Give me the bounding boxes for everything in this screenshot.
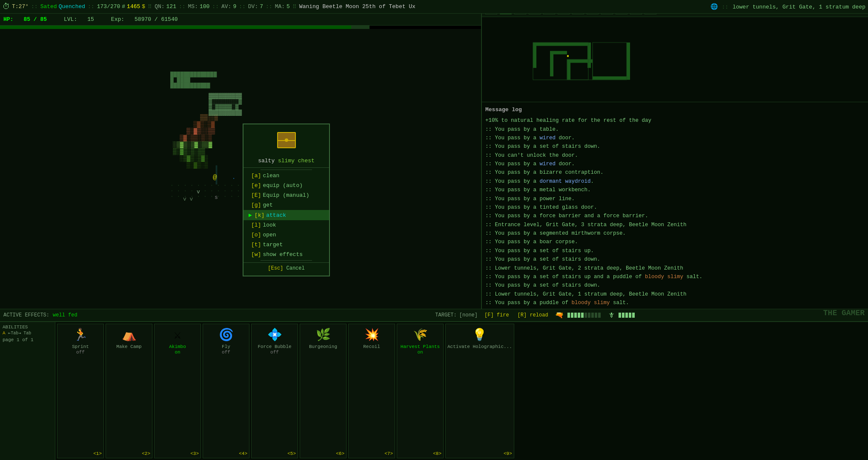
dungeon-wall-3: ████████████ — [170, 83, 210, 89]
hotbar-item-harvest-plants[interactable]: 🌾Harvest Plantson<8> — [397, 324, 444, 458]
hotbar-label: Burgeoning — [309, 344, 337, 350]
abilities-page: page 1 of 1 — [3, 337, 52, 342]
mini-map-canvas — [482, 17, 868, 102]
hotbar-icon: ⛺ — [122, 328, 137, 342]
reload-label: [R] reload — [518, 312, 548, 318]
msg-text: :: You pass by a puddle of — [485, 300, 572, 306]
menu-item-equip-(auto)[interactable]: [e] equip (auto) — [243, 181, 329, 190]
hotbar-label: Akimbo — [169, 344, 186, 350]
menu-item-look[interactable]: [l] look — [243, 220, 329, 230]
hotbar-icon: 💥 — [364, 328, 379, 342]
message-log: Message log +10% to natural healing rate… — [482, 102, 868, 322]
menu-key: [e] — [251, 182, 261, 189]
message-line: :: You pass by a set of stairs up and a … — [485, 273, 865, 281]
hotbar-item-burgeoning[interactable]: 🌿Burgeoning<6> — [300, 324, 347, 458]
hotbar-key: <1> — [93, 451, 102, 456]
game-canvas: ▒▒░░▒ ▒▓▒░▒▓ ▒░▓▒░░▒▒ ▒▓░▒▒░▒░▒ ░▒▓▒░▒▓░… — [0, 29, 481, 327]
msg-link: wired — [540, 161, 556, 167]
menu-item-get[interactable]: [g] get — [243, 200, 329, 210]
msg-end: salt. — [610, 300, 629, 306]
item-sprite-1: . — [232, 174, 235, 181]
menu-key: [E] — [251, 192, 261, 198]
dv-label: DV: — [248, 3, 258, 10]
message-line: :: You pass by a table. — [485, 126, 865, 134]
hotbar-key: <2> — [142, 451, 150, 456]
menu-item-attack[interactable]: ▶[k] attack — [243, 210, 329, 220]
menu-label: equip (auto) — [263, 182, 303, 189]
hp-value: 85 / 85 — [23, 16, 47, 23]
status-sated: Sated — [40, 3, 57, 10]
creature-1: s — [215, 194, 218, 201]
hotbar-item-akimbo[interactable]: ⚔Akimboon<3> — [154, 324, 201, 458]
hotbar-item-fly[interactable]: 🌀Flyoff<4> — [203, 324, 249, 458]
menu-item-target[interactable]: [t] target — [243, 240, 329, 250]
menu-item-Equip-(manual)[interactable]: [E] Equip (manual) — [243, 190, 329, 200]
hotbar-item-sprint[interactable]: 🏃Sprintoff<1> — [57, 324, 104, 458]
active-effects-bar: ACTIVE EFFECTS: well fed TARGET: [none] — [0, 309, 481, 322]
dungeon-sprite-4: ▒▓░▒▒░▒░▒ — [180, 135, 212, 141]
hotbar-item-make-camp[interactable]: ⛺Make Camp<2> — [106, 324, 152, 458]
message-line: :: You pass by a wired door. — [485, 134, 865, 142]
hotbar-key: <6> — [336, 451, 344, 456]
sep2: :: — [88, 3, 95, 10]
msg-end: salt. — [683, 274, 702, 280]
message-line: :: You pass by a metal workbench. — [485, 186, 865, 194]
hotbar-item-recoil[interactable]: 💥Recoil<7> — [348, 324, 395, 458]
menu-label: show effects — [263, 251, 303, 258]
ammo-display — [567, 312, 601, 318]
hotbar-status: off — [222, 350, 230, 355]
hotbar-status: on — [417, 350, 423, 355]
dungeon-sprite-6: ▒░▓▒░▒░▒▒ — [173, 148, 205, 155]
dungeon-struct-4: ▓▓▓▓▓▓▓▓▓▓ — [209, 109, 242, 116]
location-display: 🌐 :: lower tunnels, Grit Gate, 1 stratum… — [710, 3, 865, 10]
hotbar-status: off — [270, 350, 279, 355]
sep6: :: — [239, 3, 246, 10]
chest-name-type: slimy chest — [278, 158, 315, 164]
abilities-bar: ABILITIES A ⇤Tab⇥ Tab page 1 of 1 — [0, 322, 55, 460]
menu-label: get — [263, 202, 272, 208]
menu-item-clean[interactable]: [a] clean — [243, 171, 329, 181]
dv-val: 7 — [260, 3, 263, 10]
sep4: :: — [179, 3, 186, 10]
message-line: :: You pass by a force barrier and a for… — [485, 212, 865, 220]
menu-key: [w] — [251, 251, 261, 258]
qn-val: 121 — [166, 3, 176, 10]
menu-item-show-effects[interactable]: [w] show effects — [243, 250, 329, 259]
ammo-pip — [567, 313, 570, 318]
message-line: :: You pass by a tinted glass door. — [485, 204, 865, 212]
av-label: AV: — [221, 3, 231, 10]
hotbar-label: Force Bubble — [258, 344, 291, 350]
menu-key: [o] — [251, 232, 261, 238]
top-status-bar: ⏱ T:27° :: Sated Quenched :: 173/270 # 1… — [0, 0, 868, 14]
fire-reload-bar: [F] fire [R] reload 🔫 🗡 — [481, 309, 868, 322]
message-line: :: You pass by a puddle of bloody slimy … — [485, 299, 865, 307]
abilities-tabs[interactable]: A ⇤Tab⇥ Tab — [3, 331, 52, 336]
hotbar-item-force-bubble[interactable]: 💠Force Bubbleoff<5> — [251, 324, 298, 458]
hotbar-icon: 💠 — [267, 328, 282, 342]
message-line: +10% to natural healing rate for the res… — [485, 117, 865, 125]
msg-link: bloody slimy — [645, 274, 683, 280]
context-menu: salty slimy chest [a] clean [e] equip (a… — [243, 124, 330, 276]
exp-bar — [0, 26, 370, 29]
ma-val: 5 — [286, 3, 290, 10]
second-status-bar: HP: 85 / 85 LVL: 15 Exp: 58970 / 61540 — [0, 14, 481, 26]
hotbar-label: Activate Holographic... — [447, 344, 512, 350]
ammo-pip — [591, 313, 594, 318]
hotbar-label: Fly — [222, 344, 230, 350]
msg-end: door. — [556, 135, 575, 141]
hotbar-key: <4> — [239, 451, 247, 456]
menu-arrow: ▶ — [249, 212, 252, 218]
creature-2: v — [197, 189, 200, 195]
player-sprite: @ — [213, 174, 217, 181]
dungeon-sprite-7: ░▒▓▒░▒▓░ — [180, 155, 208, 162]
hotbar-key: <5> — [287, 451, 296, 456]
sep7: :: — [266, 3, 272, 10]
effects-label: ACTIVE EFFECTS: — [3, 312, 49, 318]
menu-item-open[interactable]: [o] open — [243, 230, 329, 240]
msg-text: :: You pass by a — [485, 161, 540, 167]
message-line: :: Lower tunnels, Grit Gate, 2 strata de… — [485, 264, 865, 273]
hotbar-item-activate-holographic...[interactable]: 💡Activate Holographic...<9> — [445, 324, 514, 458]
message-line: :: You pass by a power line. — [485, 195, 865, 203]
exp-value: 58970 / 61540 — [135, 16, 178, 23]
ammo-pip — [581, 313, 584, 318]
